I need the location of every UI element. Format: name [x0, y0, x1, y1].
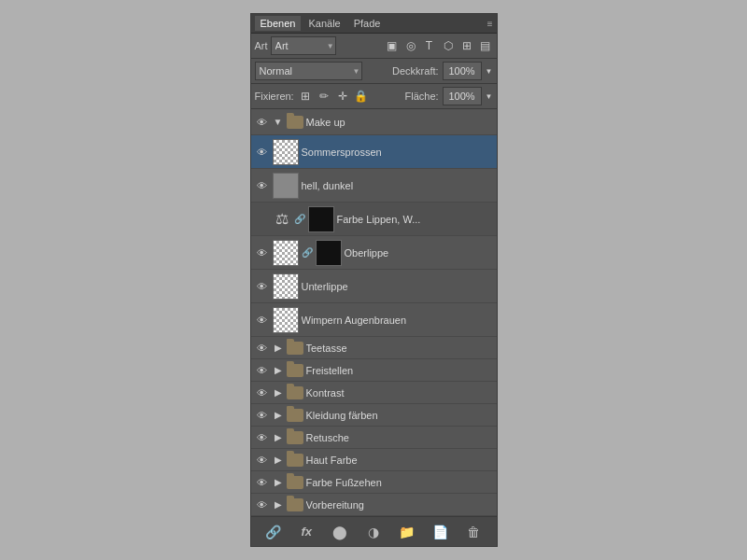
- fix-label: Fixieren:: [255, 91, 294, 102]
- layer-unterlippe[interactable]: 👁 Unterlippe: [251, 270, 497, 303]
- group-retusche[interactable]: 👁 ▶ Retusche: [251, 427, 497, 449]
- blend-opacity-row: Normal ▼ Deckkraft: ▼: [251, 59, 497, 84]
- tab-ebenen[interactable]: Ebenen: [255, 16, 302, 31]
- thumbnail-sommersprossen: [273, 139, 299, 165]
- new-layer-icon[interactable]: 📄: [430, 525, 451, 539]
- layer-farbe-lippen[interactable]: ⚖ 🔗 Farbe Lippen, W...: [251, 203, 497, 236]
- group-vorbereitung[interactable]: 👁 ▶ Vorbereitung: [251, 494, 497, 516]
- layer-wimpern-name: Wimpern Augenbrauen: [302, 315, 493, 326]
- group-arrow-makeup[interactable]: ▼: [273, 117, 284, 128]
- fill-dropdown-arrow[interactable]: ▼: [486, 92, 493, 101]
- visibility-placeholder-farbe: [255, 212, 270, 227]
- bottom-toolbar: 🔗 fx ⬤ ◑ 📁 📄 🗑: [251, 516, 497, 546]
- folder-icon-retusche: [287, 431, 303, 444]
- tab-kanaele[interactable]: Kanäle: [303, 16, 345, 31]
- group-arrow-kontrast[interactable]: ▶: [273, 387, 284, 399]
- group-freistellen[interactable]: 👁 ▶ Freistellen: [251, 359, 497, 382]
- eye-icon-kontrast[interactable]: 👁: [255, 385, 270, 400]
- group-arrow-haut[interactable]: ▶: [273, 455, 284, 466]
- thumbnail-oberlippe-2: [316, 240, 342, 266]
- group-kontrast-name: Kontrast: [306, 387, 493, 399]
- thumbnail-unterlippe: [273, 273, 299, 300]
- group-arrow-kleidung[interactable]: ▶: [273, 410, 284, 421]
- fix-pixel-icon[interactable]: ✏: [317, 90, 331, 103]
- folder-icon-makeup: [287, 116, 303, 129]
- thumbnail-helldunkel: [273, 173, 299, 199]
- thumbnail-oberlippe-1: [273, 240, 299, 266]
- fix-lock-icon[interactable]: 🔒: [354, 90, 369, 103]
- group-haut[interactable]: 👁 ▶ Haut Farbe: [251, 449, 497, 471]
- eye-icon-farbe-fuss[interactable]: 👁: [255, 475, 270, 490]
- layer-oberlippe[interactable]: 👁 🔗 Oberlippe: [251, 236, 497, 270]
- eye-icon-unterlippe[interactable]: 👁: [255, 279, 270, 294]
- group-arrow-teetasse[interactable]: ▶: [273, 343, 284, 354]
- link-layers-icon[interactable]: 🔗: [262, 525, 283, 539]
- circle-icon: ◎: [403, 39, 418, 52]
- fix-icons: ⊞ ✏ ✛ 🔒: [298, 90, 369, 103]
- type-toolbar: Art Art ▼ ▣ ◎ T ⬡ ⊞ ▤: [251, 34, 497, 59]
- eye-icon-retusche[interactable]: 👁: [255, 430, 270, 445]
- tab-pfade[interactable]: Pfade: [348, 16, 387, 31]
- layer-helldunkel-name: hell, dunkel: [302, 180, 493, 191]
- link-icon-farbe: 🔗: [294, 214, 305, 225]
- folder-icon-vorbereitung: [287, 498, 303, 511]
- opacity-dropdown-arrow[interactable]: ▼: [486, 67, 493, 76]
- group-vorbereitung-name: Vorbereitung: [306, 499, 493, 511]
- adj-icon-farbe: ⚖: [273, 210, 291, 229]
- link-icon-oberlippe: 🔗: [302, 247, 313, 259]
- group-farbe-fuss[interactable]: 👁 ▶ Farbe Fußzehen: [251, 471, 497, 494]
- group-arrow-freistellen[interactable]: ▶: [273, 365, 284, 376]
- adjustment-icon[interactable]: ◑: [363, 525, 384, 539]
- group-makeup-header[interactable]: 👁 ▼ Make up: [251, 109, 497, 135]
- fill-input[interactable]: [443, 87, 482, 105]
- folder-icon-kontrast: [287, 386, 303, 399]
- eye-icon-haut[interactable]: 👁: [255, 453, 270, 468]
- eye-icon-helldunkel[interactable]: 👁: [255, 178, 270, 193]
- fix-position-icon[interactable]: ⊞: [298, 90, 313, 103]
- add-mask-icon[interactable]: ⬤: [330, 525, 350, 539]
- eye-icon-teetasse[interactable]: 👁: [255, 341, 270, 356]
- group-farbe-fuss-name: Farbe Fußzehen: [306, 477, 493, 488]
- type-label: Art: [255, 40, 268, 51]
- group-kleidung-name: Kleidung färben: [306, 410, 493, 421]
- group-haut-name: Haut Farbe: [306, 455, 493, 466]
- type-select[interactable]: Art: [271, 36, 336, 55]
- opacity-input[interactable]: [443, 62, 482, 80]
- fix-move-icon[interactable]: ✛: [335, 90, 350, 103]
- folder-icon-teetasse: [287, 342, 303, 355]
- panel-menu-icon[interactable]: ▤: [478, 39, 493, 52]
- new-group-icon[interactable]: 📁: [397, 525, 417, 539]
- group-kleidung[interactable]: 👁 ▶ Kleidung färben: [251, 404, 497, 427]
- layer-unterlippe-name: Unterlippe: [302, 281, 493, 292]
- layer-wimpern[interactable]: 👁 Wimpern Augenbrauen: [251, 303, 497, 337]
- opacity-label: Deckkraft:: [392, 65, 439, 77]
- layer-oberlippe-name: Oberlippe: [345, 247, 493, 259]
- eye-icon-kleidung[interactable]: 👁: [255, 408, 270, 423]
- layer-sommersprossen[interactable]: 👁 Sommersprossen: [251, 135, 497, 169]
- fx-icon[interactable]: fx: [296, 525, 317, 539]
- blend-mode-select[interactable]: Normal: [255, 62, 362, 80]
- panel-tabs: Ebenen Kanäle Pfade ≡: [251, 14, 497, 34]
- toolbar-icons: ▣ ◎ T ⬡ ⊞ ▤: [385, 39, 493, 52]
- eye-icon-vorbereitung[interactable]: 👁: [255, 497, 270, 512]
- group-arrow-vorbereitung[interactable]: ▶: [273, 499, 284, 511]
- eye-icon-freistellen[interactable]: 👁: [255, 363, 270, 378]
- thumbnail-wimpern: [273, 307, 299, 333]
- delete-layer-icon[interactable]: 🗑: [463, 525, 484, 539]
- eye-icon-makeup[interactable]: 👁: [255, 115, 270, 130]
- layer-helldunkel[interactable]: 👁 hell, dunkel: [251, 169, 497, 203]
- eye-icon-sommersprossen[interactable]: 👁: [255, 145, 270, 160]
- folder-icon-farbe-fuss: [287, 476, 303, 489]
- panel-collapse-icon[interactable]: ≡: [487, 19, 493, 29]
- eye-icon-wimpern[interactable]: 👁: [255, 313, 270, 328]
- group-kontrast[interactable]: 👁 ▶ Kontrast: [251, 382, 497, 404]
- eye-icon-oberlippe[interactable]: 👁: [255, 245, 270, 260]
- text-icon: T: [422, 39, 437, 52]
- group-teetasse[interactable]: 👁 ▶ Teetasse: [251, 337, 497, 359]
- shape-icon: ⬡: [441, 39, 456, 52]
- group-arrow-retusche[interactable]: ▶: [273, 432, 284, 443]
- group-arrow-farbe-fuss[interactable]: ▶: [273, 477, 284, 488]
- smart-icon: ⊞: [459, 39, 474, 52]
- group-freistellen-name: Freistellen: [306, 365, 493, 376]
- thumbnail-farbe-lippen: [308, 206, 334, 232]
